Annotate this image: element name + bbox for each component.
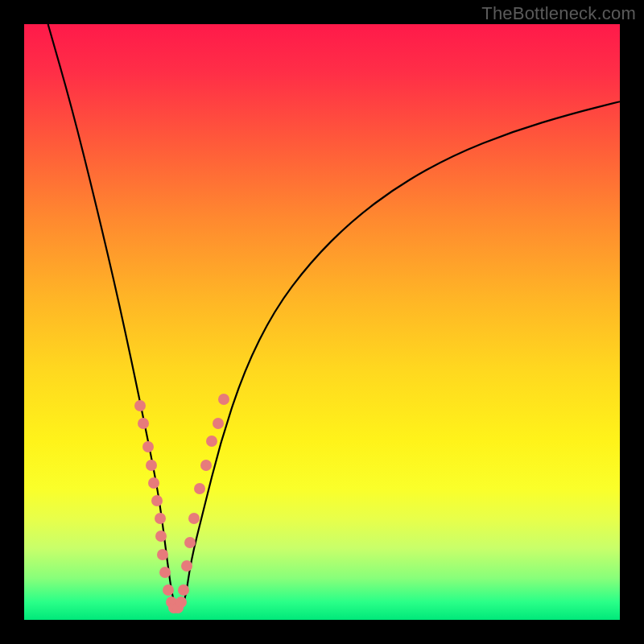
data-point (151, 495, 163, 506)
watermark-text: TheBottleneck.com (481, 3, 636, 24)
data-point (188, 513, 200, 524)
plot-area (24, 24, 620, 620)
data-point (138, 418, 149, 429)
data-point (163, 584, 174, 596)
data-point (184, 537, 196, 548)
data-point (218, 394, 229, 405)
data-point (200, 460, 212, 471)
data-point (181, 560, 192, 572)
curve-svg (24, 24, 620, 620)
data-point (206, 436, 217, 447)
data-point (134, 400, 146, 411)
data-point (146, 460, 157, 471)
bottleneck-curve (48, 24, 620, 606)
data-point (148, 477, 159, 489)
data-point (175, 597, 187, 608)
data-point (213, 418, 224, 429)
data-point (142, 441, 154, 452)
chart-container: TheBottleneck.com (0, 0, 644, 644)
data-point (194, 483, 205, 494)
data-point (155, 513, 166, 524)
data-point (178, 584, 189, 596)
data-point (157, 549, 168, 560)
data-point (155, 530, 167, 542)
data-point (159, 567, 171, 578)
